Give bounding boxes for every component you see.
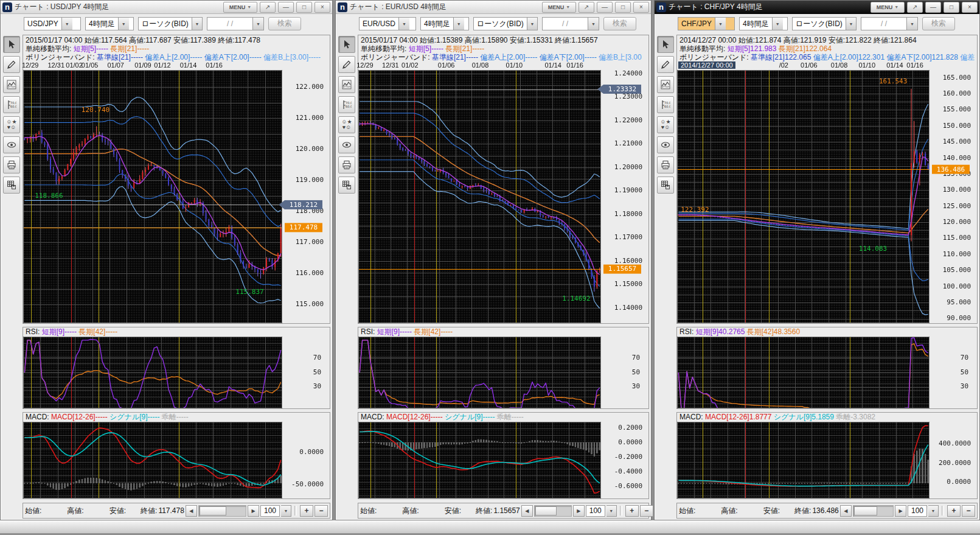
scroll-right-button[interactable]: ▶ [573,505,585,517]
chevron-down-icon[interactable]: ▼ [118,18,129,30]
scrollbar-track[interactable] [198,505,246,517]
close-button[interactable]: × [962,2,978,13]
scrollbar-thumb[interactable] [200,506,226,516]
chevron-down-icon[interactable]: ▼ [588,18,599,30]
rsi-chart-canvas[interactable] [358,337,647,408]
macd-chart-canvas[interactable] [23,422,328,498]
draw-tool-button[interactable] [3,56,20,73]
chart-type-select[interactable]: ローソク(BID)▼ [473,17,538,30]
rsi-chart-canvas[interactable] [23,337,328,408]
chevron-down-icon[interactable]: ▼ [846,18,856,30]
pair-select[interactable]: EUR/USD▼ [359,17,416,30]
indicator-tool-button[interactable] [338,76,355,93]
popout-icon: ↗ [584,4,589,10]
chevron-down-icon[interactable]: ▼ [192,18,202,30]
chevron-down-icon[interactable]: ▼ [772,18,783,30]
popout-button[interactable]: ↗ [907,2,923,13]
rsi-chart-canvas[interactable] [677,337,976,408]
draw-tool-button[interactable] [657,56,674,73]
search-button[interactable]: 検索 [268,17,301,30]
menu-button[interactable]: MENU▼ [871,2,905,13]
zoom-in-button[interactable]: + [625,505,639,517]
export-tool-button[interactable] [3,177,20,194]
close-button[interactable]: × [315,2,330,13]
indicator-tool-button[interactable] [3,76,20,93]
minimize-button[interactable]: — [278,2,294,13]
menu-button[interactable]: MENU▼ [223,2,257,13]
menu-button[interactable]: MENU▼ [542,2,576,13]
chart-type-select[interactable]: ローソク(BID)▼ [138,17,203,30]
period-count-dropdown[interactable]: ▼ [928,505,939,517]
print-tool-button[interactable] [3,156,20,173]
scroll-left-button[interactable]: ◀ [840,505,852,517]
scroll-right-button[interactable]: ▶ [248,505,259,517]
chevron-down-icon[interactable]: ▼ [61,18,72,30]
chart-type-select[interactable]: ローソク(BID)▼ [792,17,857,30]
scroll-right-button[interactable]: ▶ [895,505,906,517]
timeframe-select[interactable]: 4時間足▼ [739,17,788,30]
scrollbar-track[interactable] [853,505,894,517]
print-tool-button[interactable] [338,156,355,173]
scrollbar-thumb[interactable] [854,506,877,516]
period-count-dropdown[interactable]: ▼ [606,505,617,517]
visibility-tool-button[interactable] [338,136,355,153]
search-button[interactable]: 検索 [603,17,636,30]
export-tool-button[interactable] [338,177,355,194]
scrollbar-thumb[interactable] [535,506,557,516]
minimize-button[interactable]: — [925,2,941,13]
zoom-in-button[interactable]: + [947,505,961,517]
date-input[interactable]: / /▼ [861,17,918,30]
visibility-tool-button[interactable] [657,136,674,153]
scale-tool-button[interactable]: 70.060.0 [338,96,355,113]
period-count-dropdown[interactable]: ▼ [281,505,291,517]
pair-select[interactable]: CHF/JPY▼ [678,17,735,30]
scroll-left-button[interactable]: ◀ [186,505,197,517]
period-count-value[interactable]: 100 [260,505,280,517]
scale-tool-button[interactable]: 70.060.0 [3,96,20,113]
price-chart-canvas[interactable] [358,70,647,323]
chevron-down-icon[interactable]: ▼ [527,18,537,30]
pair-select[interactable]: USD/JPY▼ [24,17,81,30]
chevron-down-icon[interactable]: ▼ [398,18,409,30]
maximize-button[interactable]: □ [615,2,631,13]
print-tool-button[interactable] [657,156,674,173]
export-tool-button[interactable] [657,177,674,194]
popout-button[interactable]: ↗ [260,2,276,13]
minimize-button[interactable]: — [597,2,613,13]
period-count-value[interactable]: 100 [908,505,927,517]
chevron-down-icon[interactable]: ▼ [906,18,917,30]
period-count-value[interactable]: 100 [586,505,605,517]
scrollbar-track[interactable] [534,505,572,517]
stamp-tool-button[interactable]: ☺★♥☺ [338,116,355,133]
cursor-tool-button[interactable] [338,36,355,53]
macd-chart-canvas[interactable] [677,422,976,498]
zoom-out-button[interactable]: − [962,505,975,517]
price-chart-canvas[interactable] [677,70,976,323]
chevron-down-icon[interactable]: ▼ [715,18,726,30]
macd-chart-canvas[interactable] [358,422,647,498]
search-button[interactable]: 検索 [922,17,955,30]
maximize-button[interactable]: □ [296,2,312,13]
zoom-out-button[interactable]: − [315,505,328,517]
timeframe-select[interactable]: 4時間足▼ [420,17,469,30]
stamp-tool-button[interactable]: ☺★♥☺ [3,116,20,133]
chevron-down-icon[interactable]: ▼ [252,18,263,30]
zoom-out-button[interactable]: − [640,505,653,517]
maximize-button[interactable]: □ [944,2,959,13]
cursor-tool-button[interactable] [657,36,674,53]
stamp-tool-button[interactable]: ☺★♥☺ [657,116,674,133]
timeframe-select[interactable]: 4時間足▼ [85,17,134,30]
cursor-tool-button[interactable] [3,36,20,53]
zoom-in-button[interactable]: + [300,505,313,517]
scale-tool-button[interactable]: 70.060.0 [657,96,674,113]
visibility-tool-button[interactable] [3,136,20,153]
draw-tool-button[interactable] [338,56,355,73]
date-input[interactable]: / /▼ [542,17,599,30]
date-input[interactable]: / /▼ [207,17,264,30]
close-button[interactable]: × [633,2,649,13]
indicator-tool-button[interactable] [657,76,674,93]
scroll-left-button[interactable]: ◀ [521,505,533,517]
chevron-down-icon[interactable]: ▼ [453,18,464,30]
price-chart-canvas[interactable] [23,70,328,323]
popout-button[interactable]: ↗ [579,2,594,13]
